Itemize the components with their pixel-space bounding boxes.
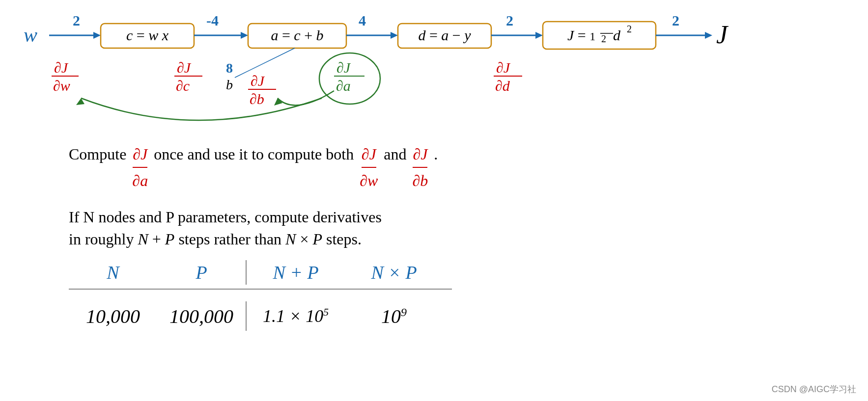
svg-rect-19: [543, 22, 656, 49]
compute-prefix: Compute: [69, 142, 126, 166]
frac-dJdw: ∂J ∂w: [360, 142, 378, 192]
svg-text:∂J: ∂J: [251, 73, 265, 89]
p-italic: P: [165, 230, 175, 248]
svg-text:∂b: ∂b: [250, 91, 264, 107]
col-p-header: P: [157, 262, 246, 283]
cell-nxp: 109: [345, 305, 443, 328]
svg-marker-27: [705, 32, 712, 39]
svg-text:d: d: [613, 27, 621, 43]
svg-text:d
     = 
    a
     − 
    y: d = a − y: [418, 27, 471, 43]
svg-marker-3: [93, 32, 101, 39]
and-text: and: [384, 142, 406, 166]
cell-n: 10,000: [69, 305, 157, 328]
frac-dJdb: ∂J ∂b: [413, 142, 428, 192]
table-section: N P N + P N × P 10,000 100,000 1.1 × 105…: [69, 260, 452, 331]
svg-text:∂J: ∂J: [496, 59, 511, 76]
svg-text:J: J: [716, 21, 729, 49]
svg-text:c
     = 
    w
    x: c = w x: [126, 27, 169, 43]
svg-line-49: [235, 48, 295, 78]
svg-marker-48: [76, 98, 84, 105]
svg-marker-8: [241, 32, 248, 39]
svg-text:b: b: [226, 77, 233, 92]
svg-text:2: 2: [601, 33, 606, 44]
n2-italic: N: [285, 230, 296, 248]
svg-text:∂d: ∂d: [495, 78, 510, 94]
svg-rect-14: [398, 24, 491, 48]
period: .: [434, 142, 438, 166]
svg-marker-18: [535, 32, 543, 39]
svg-text:2: 2: [506, 12, 513, 28]
text-line3: in roughly N + P steps rather than N × P…: [69, 230, 819, 248]
svg-text:∂w: ∂w: [53, 78, 70, 94]
svg-text:J
     = 
    1: J = 1: [567, 27, 595, 43]
svg-text:∂a: ∂a: [336, 78, 351, 94]
svg-text:-4: -4: [206, 12, 219, 28]
svg-text:∂J: ∂J: [336, 59, 351, 76]
p2-italic: P: [312, 230, 322, 248]
compute-once: once and use it to compute both: [154, 142, 354, 166]
svg-text:4: 4: [359, 12, 366, 28]
svg-text:∂J: ∂J: [54, 59, 69, 76]
svg-marker-13: [391, 32, 398, 39]
watermark: CSDN @AIGC学习社: [772, 383, 856, 395]
cell-p: 100,000: [157, 305, 246, 328]
n-italic: N: [138, 230, 148, 248]
svg-point-40: [319, 53, 380, 104]
svg-rect-9: [248, 24, 346, 48]
cell-np: 1.1 × 105: [247, 306, 345, 326]
col-n-header: N: [69, 262, 157, 283]
table-header-row: N P N + P N × P: [69, 260, 452, 290]
svg-text:a
     = 
    c
     + 
    b: a = c + b: [271, 27, 323, 43]
svg-text:2: 2: [627, 24, 632, 34]
svg-text:8: 8: [226, 60, 233, 76]
text-line2: If N nodes and P parameters, compute der…: [69, 208, 819, 226]
svg-rect-4: [101, 24, 194, 48]
svg-marker-47: [274, 98, 282, 106]
text-line1: Compute ∂J ∂a once and use it to compute…: [69, 142, 819, 192]
frac-dJda: ∂J ∂a: [132, 142, 148, 192]
svg-text:∂J: ∂J: [177, 59, 192, 76]
col-nxp-header: N × P: [345, 262, 443, 283]
svg-text:∂c: ∂c: [176, 78, 190, 94]
col-np-header: N + P: [247, 262, 345, 283]
svg-text:w: w: [24, 24, 37, 46]
text-section: Compute ∂J ∂a once and use it to compute…: [69, 142, 819, 248]
svg-text:2: 2: [73, 12, 80, 28]
svg-text:2: 2: [672, 12, 679, 28]
table-data-row: 10,000 100,000 1.1 × 105 109: [69, 290, 452, 331]
